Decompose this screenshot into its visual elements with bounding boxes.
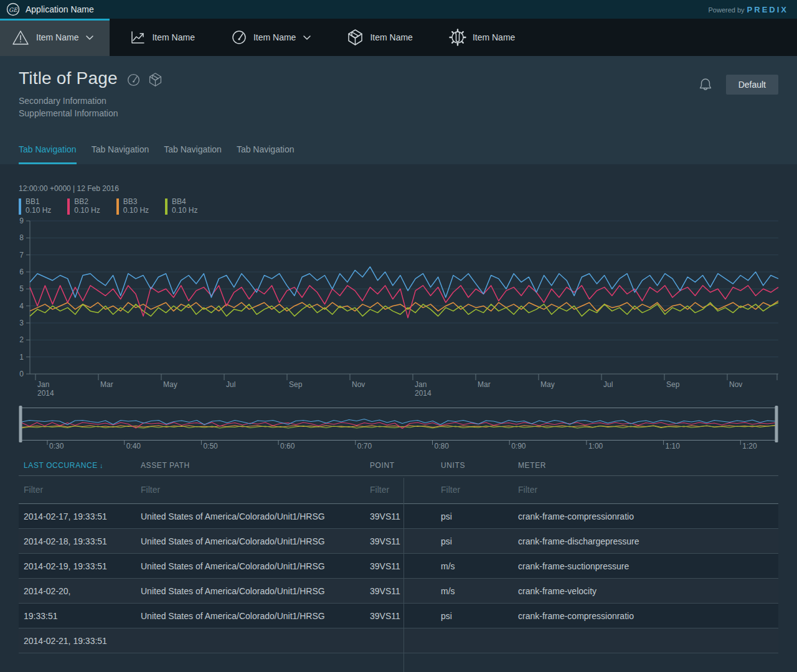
legend-swatch (116, 198, 119, 215)
svg-text:Sep: Sep (666, 380, 680, 389)
gauge-icon (231, 29, 247, 45)
chart-range-navigator[interactable]: 0:300:400:500:600:700:800:901:001:101:20 (0, 399, 785, 451)
nav-item-analysis[interactable]: Item Name (118, 19, 210, 56)
timeseries-chart[interactable]: 0123456789Jan2014MarMayJulSepNovJan2014M… (0, 215, 785, 399)
cell-asset-path: United States of America/Colorado/Unit1/… (136, 504, 365, 528)
filter-input-units[interactable] (436, 476, 513, 503)
default-button[interactable]: Default (726, 75, 778, 95)
svg-text:Mar: Mar (478, 380, 491, 389)
nav-item-kpi[interactable]: Item Name (220, 19, 327, 56)
svg-text:0:50: 0:50 (203, 442, 218, 450)
table-row[interactable]: 2014-02-20,United States of America/Colo… (19, 579, 778, 604)
svg-text:Jul: Jul (603, 380, 613, 389)
filter-input-asset-path[interactable] (136, 476, 365, 503)
main-content: 12:00:00 +0000 | 12 Feb 2016 BB1 0.10 Hz… (0, 164, 797, 672)
nav-item-label: Item Name (473, 32, 515, 42)
cell-last-occurance: 2014-02-17, 19:33:51 (19, 504, 136, 528)
cell-point: 39VS11 (365, 604, 436, 628)
cube-icon (347, 29, 364, 46)
svg-text:May: May (163, 380, 177, 389)
tab-navigation-3[interactable]: Tab Navigation (164, 144, 222, 164)
cell-meter: crank-frame-compressionratio (513, 604, 778, 628)
page-title: Title of Page (19, 68, 118, 88)
cell-units: m/s (436, 554, 513, 578)
app-title: Application Name (26, 4, 94, 14)
tab-navigation-4[interactable]: Tab Navigation (237, 144, 295, 164)
cell-point: 39VS11 (365, 554, 436, 578)
filter-input-last-occurance[interactable] (19, 476, 136, 503)
column-header-point[interactable]: POINT (365, 461, 436, 475)
nav-item-settings[interactable]: Item Name (438, 19, 531, 56)
column-header-last-occurance[interactable]: LAST OCCURANCE↓ (19, 461, 136, 475)
table-filter-row (19, 476, 778, 504)
table-row[interactable]: 19:33:51United States of America/Colorad… (19, 604, 778, 628)
legend-item-bb3[interactable]: BB3 0.10 Hz (116, 197, 149, 215)
filter-input-point[interactable] (365, 476, 436, 503)
cell-point: 39VS11 (365, 579, 436, 603)
tab-navigation-1[interactable]: Tab Navigation (19, 144, 77, 164)
svg-text:2: 2 (19, 335, 24, 344)
app-header: GE Application Name Powered by PREDIX (0, 0, 797, 19)
table-row[interactable]: 2014-02-19, 19:33:51United States of Ame… (19, 554, 778, 579)
svg-text:0:40: 0:40 (126, 442, 141, 450)
navigator-left-handle[interactable] (19, 406, 22, 442)
svg-text:0:60: 0:60 (280, 442, 295, 450)
cell-units: psi (436, 604, 513, 628)
legend-swatch (19, 198, 21, 215)
legend-swatch (67, 198, 70, 215)
sort-icon: ↓ (100, 462, 103, 469)
svg-text:0:30: 0:30 (49, 442, 64, 450)
column-header-meter[interactable]: METER (513, 461, 778, 475)
svg-text:7: 7 (19, 251, 24, 259)
legend-swatch (165, 198, 167, 215)
svg-text:Jan: Jan (37, 380, 49, 389)
svg-text:May: May (540, 380, 555, 389)
events-table: LAST OCCURANCE↓ ASSET PATH POINT UNITS M… (19, 461, 778, 653)
svg-text:1:10: 1:10 (666, 442, 681, 450)
navigator-right-handle[interactable] (775, 406, 778, 442)
svg-text:8: 8 (19, 233, 24, 242)
cell-last-occurance: 2014-02-19, 19:33:51 (19, 554, 136, 578)
svg-text:6: 6 (19, 268, 24, 276)
legend-item-bb2[interactable]: BB2 0.10 Hz (67, 197, 100, 215)
svg-text:5: 5 (19, 284, 24, 293)
cell-meter: crank-frame-velocity (513, 579, 778, 603)
legend-series-name: BB1 (26, 197, 40, 206)
tab-navigation-2[interactable]: Tab Navigation (92, 144, 149, 164)
cell-last-occurance: 2014-02-21, 19:33:51 (19, 628, 136, 653)
column-header-units[interactable]: UNITS (436, 461, 513, 475)
chart-legend: BB1 0.10 Hz BB2 0.10 Hz BB3 0.10 Hz BB4 … (19, 197, 797, 215)
cell-point: 39VS11 (365, 504, 436, 528)
main-nav: Item Name Item Name Item Name (0, 19, 797, 56)
svg-text:1:00: 1:00 (588, 442, 603, 450)
cell-units (436, 628, 513, 653)
column-header-asset-path[interactable]: ASSET PATH (136, 461, 365, 475)
svg-text:Jan: Jan (415, 380, 427, 389)
cell-units: m/s (436, 579, 513, 603)
chart-timestamp: 12:00:00 +0000 | 12 Feb 2016 (0, 164, 797, 193)
svg-text:Jul: Jul (226, 380, 235, 389)
svg-text:3: 3 (19, 319, 24, 327)
gauge-icon (126, 73, 141, 87)
table-row[interactable]: 2014-02-17, 19:33:51United States of Ame… (19, 504, 778, 529)
secondary-info: Secondary Information (19, 95, 778, 107)
warning-triangle-icon (11, 29, 30, 46)
cell-point (365, 628, 436, 653)
table-row[interactable]: 2014-02-21, 19:33:51 (19, 628, 778, 653)
legend-series-name: BB2 (74, 197, 88, 206)
nav-item-alerts[interactable]: Item Name (0, 19, 110, 56)
table-row[interactable]: 2014-02-18, 19:33:51United States of Ame… (19, 529, 778, 554)
svg-text:1:20: 1:20 (742, 442, 757, 450)
svg-text:GE: GE (9, 7, 18, 13)
line-chart-icon (130, 29, 146, 45)
legend-item-bb4[interactable]: BB4 0.10 Hz (165, 197, 197, 215)
cell-units: psi (436, 504, 513, 528)
bell-icon[interactable] (699, 77, 712, 92)
filter-input-meter[interactable] (513, 476, 778, 503)
tab-navigation: Tab Navigation Tab Navigation Tab Naviga… (19, 144, 295, 164)
cell-units: psi (436, 529, 513, 553)
ge-logo-icon: GE (6, 2, 20, 16)
legend-item-bb1[interactable]: BB1 0.10 Hz (19, 197, 51, 215)
nav-item-assets[interactable]: Item Name (336, 19, 428, 56)
legend-series-value: 0.10 Hz (74, 206, 100, 215)
